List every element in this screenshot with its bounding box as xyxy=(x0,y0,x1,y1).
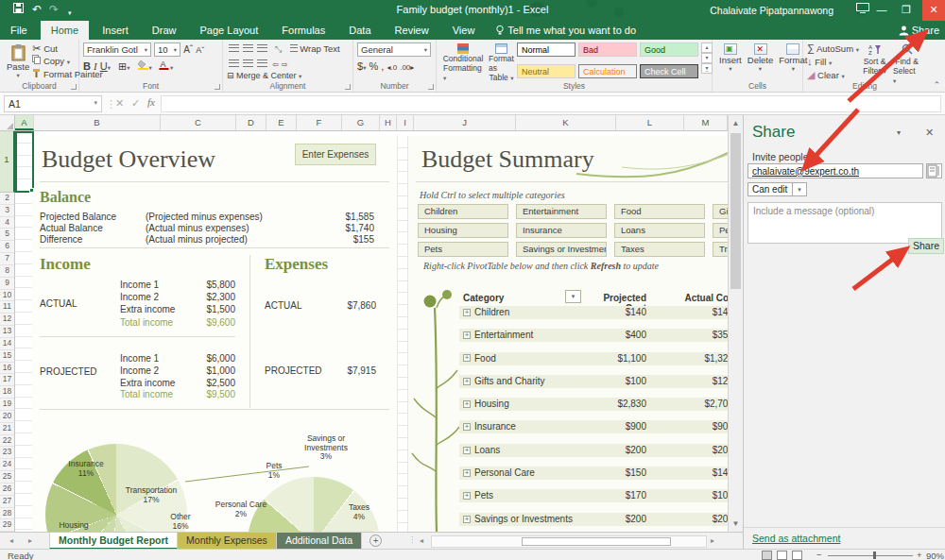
comma-style-icon[interactable]: , xyxy=(381,60,384,72)
style-normal[interactable]: Normal xyxy=(517,42,576,57)
send-as-attachment-link[interactable]: Send as attachment xyxy=(752,533,840,544)
close-button[interactable]: ✕ xyxy=(922,0,945,21)
row-header[interactable]: 27 xyxy=(0,496,14,508)
row-header[interactable]: 18 xyxy=(0,386,14,399)
row-header[interactable]: 25 xyxy=(0,471,14,484)
slicer-button[interactable]: Transportation xyxy=(713,242,728,257)
row-header[interactable]: 10 xyxy=(0,290,14,302)
clear-button[interactable]: ◢ Clear ▾ xyxy=(807,69,859,82)
address-book-icon[interactable] xyxy=(926,163,942,178)
style-check-cell[interactable]: Check Cell xyxy=(640,64,698,78)
column-header-k[interactable]: K xyxy=(516,115,616,130)
format-as-table-button[interactable]: Format asTable ▾ xyxy=(486,42,517,83)
column-header-j[interactable]: J xyxy=(414,115,516,130)
find-select-button[interactable]: Find &Select ▾ xyxy=(890,42,923,86)
style-good[interactable]: Good xyxy=(640,42,698,57)
name-box[interactable]: A1▾ xyxy=(4,95,102,112)
permission-dropdown-icon[interactable]: ▾ xyxy=(793,182,807,196)
row-header[interactable]: 15 xyxy=(0,350,14,363)
row-header[interactable]: 12 xyxy=(0,314,14,326)
fill-color-icon[interactable] xyxy=(138,59,149,70)
tab-split-handle[interactable]: ⋮ xyxy=(408,535,416,544)
alignment-dialog-launcher[interactable] xyxy=(345,84,351,90)
pivot-row[interactable]: +Housing $2,830 $2,702 xyxy=(459,398,728,411)
gallery-down-icon[interactable]: ▾ xyxy=(701,53,713,63)
font-color-icon[interactable]: A xyxy=(159,59,170,70)
prev-sheet-icon[interactable]: ◂ xyxy=(9,536,13,545)
invite-email-input[interactable] xyxy=(747,163,923,178)
expenses-projected-value[interactable]: $7,915 xyxy=(297,365,376,376)
horizontal-scrollbar[interactable] xyxy=(431,535,707,548)
row-header[interactable]: 4 xyxy=(0,217,14,229)
sort-filter-button[interactable]: AZ Sort &Filter ▾ xyxy=(859,42,890,86)
pivot-filter-icon[interactable]: ▾ xyxy=(565,290,581,303)
align-center-icon[interactable] xyxy=(243,59,253,67)
row-header[interactable]: 20 xyxy=(0,411,14,423)
number-dialog-launcher[interactable] xyxy=(428,84,434,90)
tab-view[interactable]: View xyxy=(442,21,486,40)
font-dialog-launcher[interactable] xyxy=(215,84,220,90)
column-header-b[interactable]: B xyxy=(34,115,161,130)
column-header-g[interactable]: G xyxy=(342,115,380,130)
tab-insert[interactable]: Insert xyxy=(92,21,139,40)
tab-formulas[interactable]: Formulas xyxy=(271,21,335,40)
sheet-tab-monthly-budget-report[interactable]: Monthly Budget Report xyxy=(49,533,178,550)
row-header[interactable]: 21 xyxy=(0,423,14,435)
tab-draw[interactable]: Draw xyxy=(142,21,187,40)
next-sheet-icon[interactable]: ▸ xyxy=(28,536,32,545)
income-row[interactable]: Extra income$1,500 xyxy=(120,304,235,316)
tab-home[interactable]: Home xyxy=(41,21,89,40)
clipboard-dialog-launcher[interactable] xyxy=(71,84,77,90)
font-size-select[interactable]: 10▾ xyxy=(154,42,180,57)
income-total-row[interactable]: Total income$9,500 xyxy=(120,389,235,401)
grow-font-icon[interactable]: Aˆ xyxy=(183,44,193,55)
underline-icon[interactable]: U xyxy=(100,60,108,72)
sheet-tab-additional-data[interactable]: Additional Data xyxy=(277,533,362,550)
slicer-button[interactable]: Children xyxy=(418,204,508,219)
row-header[interactable]: 16 xyxy=(0,363,14,375)
income-row[interactable]: Income 2$2,300 xyxy=(120,292,235,304)
increase-decimal-icon[interactable]: ◂.0 xyxy=(387,63,397,72)
share-submit-button[interactable]: Share xyxy=(908,238,944,254)
pivot-row[interactable]: +Loans $200 $200 xyxy=(459,444,728,457)
selected-cell-a1[interactable] xyxy=(15,131,34,193)
style-bad[interactable]: Bad xyxy=(578,42,637,57)
align-right-icon[interactable] xyxy=(257,59,267,67)
sheet-tab-monthly-expenses[interactable]: Monthly Expenses xyxy=(178,533,277,550)
slicer-button[interactable]: Gifts and Charity xyxy=(713,204,728,219)
normal-view-icon[interactable] xyxy=(762,551,772,560)
conditional-formatting-button[interactable]: ConditionalFormatting ▾ xyxy=(440,42,486,83)
style-neutral[interactable]: Neutral xyxy=(517,64,576,78)
row-header[interactable]: 19 xyxy=(0,399,14,411)
style-calculation[interactable]: Calculation xyxy=(578,64,637,78)
italic-icon[interactable]: I xyxy=(94,60,97,72)
percent-style-icon[interactable]: % xyxy=(369,60,378,72)
hscroll-right-icon[interactable]: ▸ xyxy=(711,536,714,545)
tab-review[interactable]: Review xyxy=(385,21,439,40)
select-all-corner[interactable] xyxy=(0,115,15,131)
row-header[interactable]: 22 xyxy=(0,435,14,448)
row-header[interactable]: 8 xyxy=(0,265,14,278)
tell-me-box[interactable]: Tell me what you want to do xyxy=(488,21,644,40)
slicer-button[interactable]: Housing xyxy=(418,223,508,238)
column-header-i[interactable]: I xyxy=(397,115,414,130)
enter-expenses-button[interactable]: Enter Expenses xyxy=(295,144,376,165)
pivot-row[interactable]: +Food $1,100 $1,320 xyxy=(459,352,728,365)
bold-icon[interactable]: B xyxy=(83,60,91,72)
slicer-button[interactable]: Pets xyxy=(418,242,508,257)
slicer-button[interactable]: Food xyxy=(614,204,705,219)
collapse-ribbon-icon[interactable]: ⌃ xyxy=(933,80,940,90)
pivot-row[interactable]: +Personal Care $150 $140 xyxy=(459,467,728,480)
pane-close-icon[interactable]: ✕ xyxy=(925,127,934,139)
row-header[interactable]: 6 xyxy=(0,241,14,253)
merge-center-button[interactable]: ⊟ Merge & Center ▾ xyxy=(227,71,301,80)
fill-handle[interactable] xyxy=(29,188,34,193)
column-header-l[interactable]: L xyxy=(616,115,684,130)
zoom-slider-thumb[interactable] xyxy=(873,552,876,559)
row-header[interactable]: 5 xyxy=(0,229,14,241)
row-header[interactable]: 26 xyxy=(0,484,14,496)
row-header-1[interactable]: 1 xyxy=(0,131,15,193)
decrease-indent-icon[interactable]: ⇦ xyxy=(272,60,279,69)
column-header-c[interactable]: C xyxy=(161,115,236,130)
column-header-a[interactable]: A xyxy=(15,115,34,130)
